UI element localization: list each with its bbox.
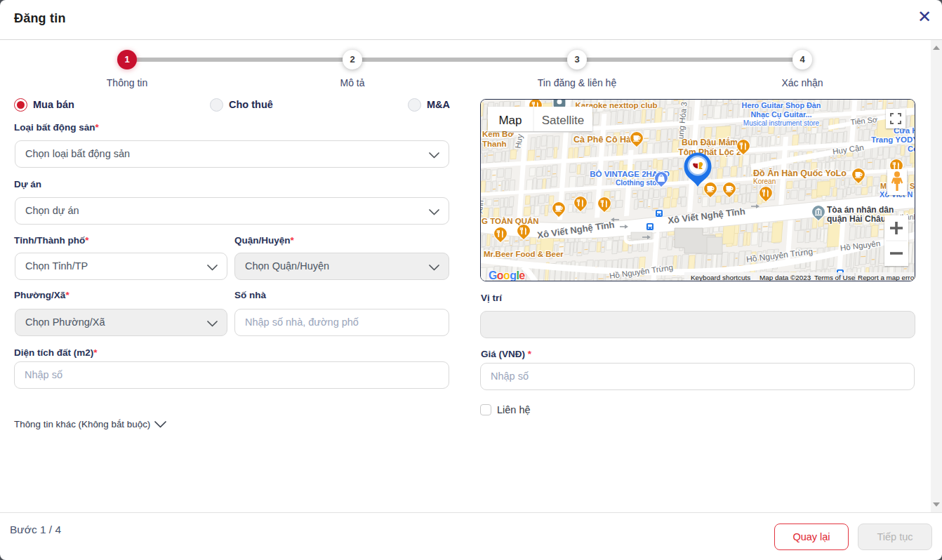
svg-text:Thanh: Thanh xyxy=(482,140,507,148)
svg-text:Tôm Phất Lộc 2: Tôm Phất Lộc 2 xyxy=(678,147,741,157)
svg-text:Tòa án nhân dân: Tòa án nhân dân xyxy=(827,205,894,215)
svg-text:M: M xyxy=(880,182,887,190)
svg-text:Co: Co xyxy=(908,145,915,153)
svg-text:Satellite: Satellite xyxy=(542,114,584,127)
svg-text:Keyboard shortcuts: Keyboard shortcuts xyxy=(691,274,750,281)
svg-text:quận Hải Châu: quận Hải Châu xyxy=(827,214,886,224)
svg-text:Map data ©2023: Map data ©2023 xyxy=(759,274,811,281)
svg-text:Hero Guitar Shop Đàn: Hero Guitar Shop Đàn xyxy=(742,101,821,109)
svg-text:Terms of Use: Terms of Use xyxy=(814,274,856,281)
svg-text:Bún Đậu Mắm: Bún Đậu Mắm xyxy=(682,137,738,147)
svg-text:Korean: Korean xyxy=(753,178,776,185)
svg-text:Đồ Ăn Hàn Quốc YoLo: Đồ Ăn Hàn Quốc YoLo xyxy=(753,168,847,178)
svg-text:Report a map error: Report a map error xyxy=(858,274,915,281)
svg-text:Mr.Beer Food & Beer: Mr.Beer Food & Beer xyxy=(484,250,564,258)
svg-text:G TOÀN QUÁN: G TOÀN QUÁN xyxy=(482,217,539,225)
svg-text:Musical instrument store: Musical instrument store xyxy=(743,119,820,127)
svg-text:Google: Google xyxy=(489,269,525,281)
svg-text:Map: Map xyxy=(498,114,522,127)
svg-text:S: S xyxy=(910,182,915,190)
svg-text:Nhạc Cụ Guitar...: Nhạc Cụ Guitar... xyxy=(751,110,812,119)
svg-text:Cà Phê Cô Hà: Cà Phê Cô Hà xyxy=(573,135,631,145)
svg-text:Trang YODY: Trang YODY xyxy=(871,135,915,144)
